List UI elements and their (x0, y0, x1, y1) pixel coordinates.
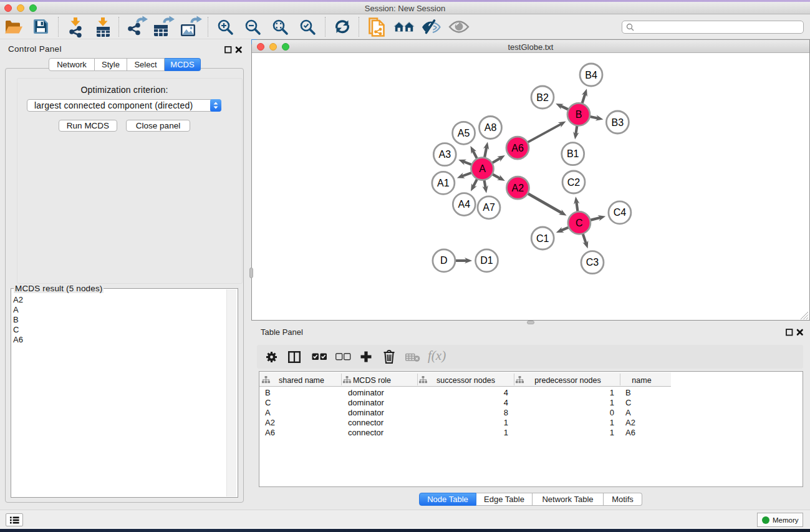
svg-text:D: D (440, 255, 448, 266)
svg-text:B3: B3 (612, 117, 624, 128)
svg-text:B1: B1 (567, 148, 579, 159)
svg-text:B: B (576, 109, 582, 120)
svg-text:B2: B2 (536, 92, 549, 103)
svg-text:C: C (576, 218, 583, 228)
svg-text:C1: C1 (536, 233, 549, 244)
svg-text:A6: A6 (511, 143, 524, 153)
svg-text:B4: B4 (585, 70, 597, 80)
svg-text:A7: A7 (483, 202, 495, 213)
svg-text:A3: A3 (439, 149, 451, 160)
svg-text:A4: A4 (458, 199, 471, 210)
svg-text:C4: C4 (614, 207, 627, 218)
svg-text:A1: A1 (437, 178, 450, 188)
svg-text:A5: A5 (458, 128, 470, 138)
svg-text:A2: A2 (512, 183, 524, 193)
svg-text:D1: D1 (480, 255, 493, 266)
svg-text:A8: A8 (485, 122, 497, 133)
svg-text:C3: C3 (586, 257, 599, 268)
svg-text:C2: C2 (567, 177, 581, 188)
svg-text:A: A (479, 163, 486, 174)
